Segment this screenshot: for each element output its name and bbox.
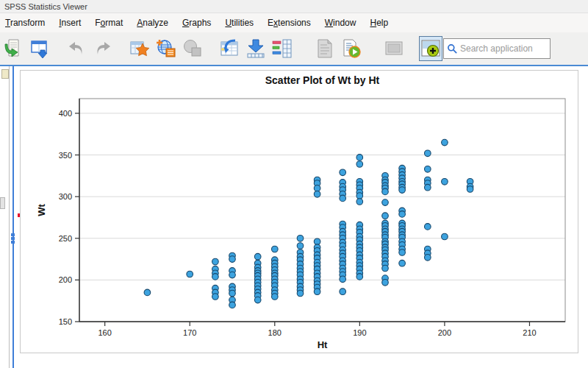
- svg-text:Scatter Plot of Wt by Ht: Scatter Plot of Wt by Ht: [265, 74, 380, 86]
- menu-item-extensions[interactable]: Extensions: [268, 18, 311, 28]
- svg-text:160: 160: [98, 328, 111, 337]
- export-output-icon[interactable]: [1, 36, 25, 61]
- viewer-body: 150200250300350400160170180190200210Scat…: [0, 66, 588, 368]
- menu-item-graphs[interactable]: Graphs: [182, 18, 211, 28]
- svg-text:190: 190: [353, 328, 366, 337]
- activate-chart-icon[interactable]: [419, 36, 442, 61]
- go-to-data-icon[interactable]: [154, 36, 178, 61]
- svg-text:350: 350: [59, 151, 72, 160]
- svg-text:Wt: Wt: [36, 204, 47, 216]
- search-icon: [447, 43, 458, 54]
- svg-text:400: 400: [59, 109, 72, 118]
- variables-icon[interactable]: [218, 36, 241, 61]
- go-to-variable-icon: [181, 36, 204, 61]
- search-input[interactable]: [460, 43, 547, 54]
- outline-pane[interactable]: [0, 66, 10, 368]
- output-content-pane: 150200250300350400160170180190200210Scat…: [12, 66, 588, 368]
- menu-item-utilities[interactable]: Utilities: [225, 18, 254, 28]
- svg-text:Ht: Ht: [318, 339, 328, 350]
- menu-item-window[interactable]: Window: [325, 18, 356, 28]
- menu-item-help[interactable]: Help: [370, 18, 388, 28]
- pane-splitter-handle[interactable]: [11, 233, 15, 244]
- search-box: [443, 38, 551, 59]
- outline-item-icon: [1, 69, 9, 79]
- scatter-chart-object[interactable]: 150200250300350400160170180190200210Scat…: [20, 70, 578, 353]
- recall-dialog-icon[interactable]: [128, 36, 151, 61]
- menu-item-transform[interactable]: Transform: [5, 18, 45, 28]
- show-results-icon: [313, 36, 337, 61]
- outline-item-icon: [0, 197, 5, 209]
- menu-item-analyze[interactable]: Analyze: [137, 18, 168, 28]
- toolbar: [0, 32, 588, 66]
- svg-text:250: 250: [59, 234, 72, 243]
- svg-text:210: 210: [523, 328, 536, 337]
- svg-text:200: 200: [59, 275, 72, 284]
- redo-icon: [91, 36, 115, 61]
- export-image-icon: [382, 36, 406, 61]
- print-preview-icon[interactable]: [28, 36, 51, 61]
- insert-cases-icon[interactable]: [244, 36, 268, 61]
- svg-text:180: 180: [268, 328, 282, 337]
- menu-item-insert[interactable]: Insert: [59, 18, 81, 28]
- svg-text:150: 150: [59, 317, 72, 326]
- run-script-icon[interactable]: [340, 36, 363, 61]
- undo-icon: [65, 36, 88, 61]
- svg-text:200: 200: [438, 328, 451, 337]
- scatter-plot: 150200250300350400160170180190200210Scat…: [21, 71, 578, 353]
- window-title: SPSS Statistics Viewer: [4, 2, 87, 11]
- title-bar: SPSS Statistics Viewer: [0, 0, 588, 13]
- menu-item-format[interactable]: Format: [95, 18, 123, 28]
- use-variable-sets-icon[interactable]: [270, 36, 294, 61]
- svg-text:300: 300: [59, 192, 72, 201]
- menu-bar: TransformInsertFormatAnalyzeGraphsUtilit…: [0, 13, 588, 32]
- svg-text:170: 170: [183, 328, 196, 337]
- spss-viewer-window: { "window": { "title": "SPSS Statistics …: [0, 0, 588, 368]
